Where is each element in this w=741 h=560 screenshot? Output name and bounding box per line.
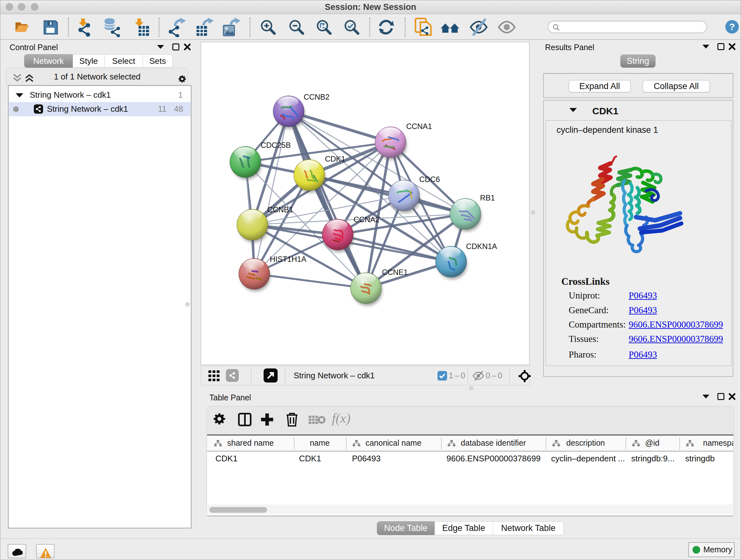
svg-text:CDK1: CDK1 — [325, 154, 345, 163]
svg-text:RB1: RB1 — [480, 193, 495, 202]
svg-text:CCNA1: CCNA1 — [406, 122, 432, 131]
svg-text:CCNA2: CCNA2 — [354, 215, 380, 224]
svg-text:CCNB2: CCNB2 — [304, 92, 329, 101]
svg-text:CDC25B: CDC25B — [261, 141, 291, 149]
svg-text:CCNB1: CCNB1 — [267, 205, 293, 214]
svg-text:HIST1H1A: HIST1H1A — [270, 255, 307, 263]
svg-text:CDC6: CDC6 — [419, 175, 440, 184]
svg-text:?: ? — [729, 22, 735, 32]
svg-text:CCNE1: CCNE1 — [382, 268, 408, 276]
svg-text:CDKN1A: CDKN1A — [466, 242, 497, 251]
